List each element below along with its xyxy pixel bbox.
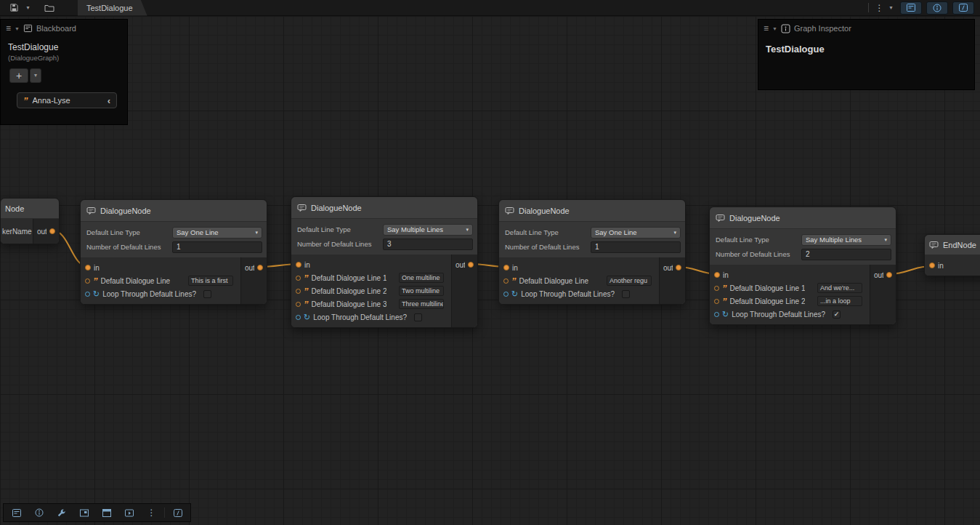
panel-toggle-button[interactable] [95,505,118,521]
kebab-icon: ⋮ [147,508,156,518]
menu-icon[interactable]: ≡ [764,23,769,33]
dialogue-node-3[interactable]: DialogueNode Default Line Type Say One L… [498,199,686,305]
inspector-icon [34,508,44,518]
dialogue-node-4[interactable]: DialogueNode Default Line Type Say Multi… [709,207,896,325]
out-port[interactable] [886,272,892,278]
dialogue-line-field[interactable]: Three multiline [399,299,444,309]
line-port[interactable] [85,278,90,284]
loop-checkbox[interactable] [203,290,211,298]
dialogue-line-field[interactable]: Two multiline [399,286,444,296]
more-menu-button[interactable]: ⋮ [140,505,163,521]
blackboard-toggle-button[interactable] [5,505,28,521]
dialogue-line-field[interactable]: And we're... [817,283,862,293]
dialogue-line-field[interactable]: ...in a loop [817,296,862,306]
quote-icon: ” [304,275,309,281]
end-node[interactable]: EndNode in [924,234,980,276]
line-port[interactable] [714,299,719,304]
node-title-bar[interactable]: Node [1,199,59,219]
dialogue-node-1[interactable]: DialogueNode Default Line Type Say One L… [80,199,267,305]
chevron-left-icon[interactable]: ‹ [108,96,110,105]
line-type-dropdown[interactable]: Say One Line ▾ [591,227,681,239]
line-port[interactable] [296,289,301,294]
in-port[interactable] [85,265,91,270]
more-menu-dropdown[interactable]: ▾ [886,1,896,15]
save-dropdown-button[interactable]: ▾ [23,1,33,15]
inspector-toggle-button[interactable] [28,505,50,521]
tab-testdialogue[interactable]: TestDialogue [78,0,147,16]
quote-icon: ” [93,278,98,284]
out-column: out [33,219,59,244]
dialogue-line-field[interactable]: One multiline [399,273,444,283]
more-menu-button[interactable]: ⋮ [875,1,884,15]
in-port-label: in [938,262,944,270]
loop-checkbox[interactable] [414,313,422,321]
node-title-bar[interactable]: EndNode [925,235,980,255]
line-type-dropdown[interactable]: Say Multiple Lines ▾ [801,234,891,246]
loop-port[interactable] [85,292,90,297]
out-port[interactable] [676,265,681,270]
save-button[interactable] [6,1,22,15]
dialogue-node-icon [86,207,96,215]
line-port[interactable] [503,278,509,284]
line-type-dropdown[interactable]: Say One Line ▾ [172,227,262,239]
preview-button[interactable] [118,505,140,521]
loop-port[interactable] [296,315,301,320]
speaker-port-label: kerName [1,219,33,244]
in-port[interactable] [296,262,301,268]
blackboard-header[interactable]: ≡ ▼ Blackboard [1,20,127,37]
dialogue-line-field[interactable]: Another regu [607,276,652,286]
blackboard-toggle-button[interactable] [900,1,922,15]
out-port[interactable] [257,265,263,270]
blackboard-panel[interactable]: ≡ ▼ Blackboard TestDialogue (DialogueGra… [0,19,128,125]
out-port[interactable] [468,262,474,268]
num-lines-field[interactable]: 3 [383,239,473,250]
open-asset-button[interactable] [41,1,57,15]
out-port[interactable] [49,228,55,234]
line-port[interactable] [296,302,301,307]
node-title: DialogueNode [100,207,151,215]
loop-port[interactable] [503,292,509,297]
loop-port[interactable] [714,312,719,317]
num-lines-field[interactable]: 1 [172,241,262,253]
graph-name: TestDialogue [758,37,974,55]
loop-checkbox[interactable] [622,290,630,298]
foldout-arrow-icon[interactable]: ▼ [15,26,20,31]
node-title-bar[interactable]: DialogueNode [81,200,267,222]
foldout-arrow-icon[interactable]: ▼ [772,26,777,31]
inspector-toggle-button[interactable] [926,1,948,15]
dialogue-line-field[interactable]: This is a first [188,276,233,286]
prop-label: Default Line Type [505,228,591,236]
graph-canvas[interactable]: Node kerName out DialogueNode Default Li… [0,16,980,525]
node-title-bar[interactable]: DialogueNode [710,207,896,229]
menu-icon[interactable]: ≡ [6,23,11,33]
speaker-node[interactable]: Node kerName out [0,198,60,244]
line-type-dropdown[interactable]: Say Multiple Lines ▾ [383,224,473,236]
top-toolbar: ▾ TestDialogue ⋮ ▾ [0,0,980,16]
num-lines-field[interactable]: 1 [591,241,681,253]
node-title-bar[interactable]: DialogueNode [291,197,477,219]
blackboard-field[interactable]: ” Anna-Lyse ‹ [17,92,117,108]
debugger-button[interactable] [166,505,189,521]
loop-checkbox[interactable]: ✓ [833,310,841,318]
output-ports: out [659,257,685,304]
line-port[interactable] [714,286,719,291]
settings-button[interactable] [50,505,73,521]
quote-icon: ” [722,285,727,292]
num-lines-field[interactable]: 2 [801,249,891,260]
loop-icon: ↻ [722,310,729,318]
in-port[interactable] [929,262,935,268]
bottom-toolbar: ⋮ [3,503,191,522]
graph-inspector-header[interactable]: ≡ ▼ Graph Inspector [758,20,974,37]
minimap-toggle-button[interactable] [73,505,95,521]
in-port[interactable] [503,265,509,270]
add-field-dropdown[interactable]: ▾ [30,68,41,83]
in-port[interactable] [714,272,720,278]
add-field-button[interactable]: + [9,68,28,83]
node-title-bar[interactable]: DialogueNode [499,200,685,222]
line-label: Default Dialogue Line [519,277,589,285]
dialogue-node-2[interactable]: DialogueNode Default Line Type Say Multi… [291,196,478,328]
line-port[interactable] [296,276,301,281]
graph-inspector-panel[interactable]: ≡ ▼ Graph Inspector TestDialogue [758,19,975,90]
debugger-toggle-button[interactable] [952,1,974,15]
quote-icon: ” [722,298,727,305]
